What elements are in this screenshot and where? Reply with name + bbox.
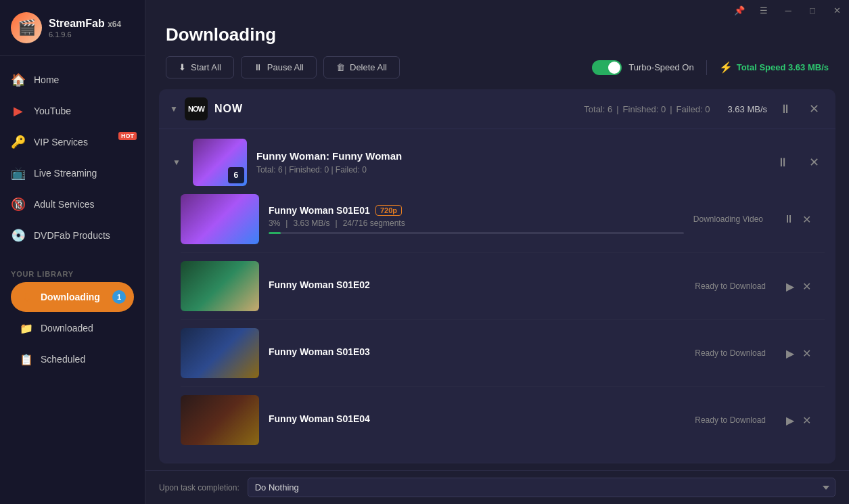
show-title: Funny Woman: Funny Woman [256,150,762,162]
page-title: Downloading [166,24,829,45]
title-bar: 📌 ☰ ─ □ ✕ [727,0,849,20]
episode-info-s01e04: Funny Woman S01E04 [269,413,685,427]
sidebar-item-downloaded[interactable]: 📁 Downloaded [11,313,134,343]
sidebar-item-label-youtube: YouTube [34,106,71,116]
play-icon [786,281,794,292]
group-logo-now: NOW [185,97,208,120]
library-title: YOUR LIBRARY [11,270,134,278]
turbo-toggle[interactable] [592,60,622,75]
episode-play-button-s01e02[interactable] [783,277,797,296]
episode-info-s01e03: Funny Woman S01E03 [269,346,685,360]
maximize-button[interactable]: □ [800,0,825,20]
episode-actions-s01e04 [783,411,814,430]
total-speed-label: Total Speed 3.63 MB/s [737,62,829,72]
episode-progress-row: 3% | 3.63 MB/s | 24/716 segments [269,219,684,228]
menu-button[interactable]: ☰ [752,0,776,20]
app-name: StreamFab x64 [49,17,121,30]
turbo-label: Turbo-Speed On [628,62,693,72]
delete-all-button[interactable]: 🗑 Delete All [323,56,400,78]
sidebar-item-vip[interactable]: 🔑 VIP Services HOT [0,127,145,158]
start-all-label: Start All [191,62,221,72]
sidebar-item-label-dvdfab: DVDFab Products [34,230,110,241]
speed-section: ⚡ Total Speed 3.63 MB/s [719,61,829,74]
pause-all-label: Pause All [267,62,304,72]
downloaded-icon: 📁 [19,321,34,336]
sidebar-item-dvdfab[interactable]: 💿 DVDFab Products [0,220,145,251]
group-speed: 3.63 MB/s [727,104,767,114]
group-chevron-icon[interactable]: ▼ [170,104,178,114]
episode-item-s01e01: Funny Woman S01E01 720p 3% | 3.63 MB/s |… [181,186,825,253]
quality-badge-s01e01: 720p [375,205,402,216]
episode-play-button-s01e04[interactable] [783,411,797,430]
hot-badge: HOT [118,132,137,140]
show-thumb-container: 6 [193,139,247,186]
trash-icon: 🗑 [336,62,345,72]
episode-status-s01e03: Ready to Download [695,348,766,358]
progress-bar-fill [269,232,281,234]
downloading-count-badge: 1 [112,290,126,304]
completion-select[interactable]: Do Nothing Shut Down Sleep Hibernate [248,478,835,497]
completion-label: Upon task completion: [159,483,239,492]
close-icon [802,281,811,292]
episode-actions-s01e03 [783,344,814,363]
show-funny-woman: ▼ 6 Funny Woman: Funny Woman Total: 6 | … [159,129,835,463]
app-version: 6.1.9.6 [49,30,121,39]
episode-actions-s01e01 [781,210,814,229]
pause-all-button[interactable]: ⏸ Pause All [241,56,317,78]
episode-title-s01e01: Funny Woman S01E01 [269,205,370,216]
sidebar-item-downloading[interactable]: ⬇ Downloading 1 [11,282,134,312]
episode-title-s01e02: Funny Woman S01E02 [269,279,370,290]
start-all-button[interactable]: ⬇ Start All [166,56,234,78]
show-pause-button[interactable]: ⏸ [771,153,794,173]
sidebar-nav: 🏠 Home ▶ YouTube 🔑 VIP Services HOT 📺 Li… [0,56,145,259]
sidebar-item-scheduled[interactable]: 📋 Scheduled [11,344,134,374]
toolbar: ⬇ Start All ⏸ Pause All 🗑 Delete All Tur… [166,56,829,78]
start-icon: ⬇ [179,62,186,72]
sidebar-item-live[interactable]: 📺 Live Streaming [0,158,145,189]
group-name-now: NOW [214,103,243,115]
show-chevron-icon[interactable]: ▼ [170,155,183,170]
show-sub-stats: Total: 6 | Finished: 0 | Failed: 0 [256,165,762,175]
episode-close-button-s01e02[interactable] [800,277,814,296]
sidebar-item-youtube[interactable]: ▶ YouTube [0,95,145,127]
app-logo-icon: 🎬 [11,12,42,43]
episode-thumbnail-s01e04 [181,395,259,445]
turbo-section: Turbo-Speed On [592,60,693,75]
pause-icon [783,213,794,225]
episode-pause-button-s01e01[interactable] [781,210,797,228]
close-icon [802,415,811,426]
progress-pct: 3% [269,219,280,228]
sidebar-item-label-adult: Adult Services [34,199,94,210]
episode-close-button-s01e04[interactable] [800,411,814,430]
sidebar-item-label-scheduled: Scheduled [41,354,126,365]
adult-icon: 🔞 [11,197,26,212]
episode-thumbnail-s01e02 [181,261,259,311]
episode-info-s01e02: Funny Woman S01E02 [269,279,685,293]
scheduled-icon: 📋 [19,352,34,367]
minimize-button[interactable]: ─ [776,0,800,20]
pin-button[interactable]: 📌 [727,0,752,20]
pause-icon: ⏸ [254,62,262,72]
group-pause-button[interactable]: ⏸ [774,99,797,119]
group-header-now: ▼ NOW NOW Total: 6 | Finished: 0 | Faile… [159,89,835,129]
play-icon [786,348,794,359]
episode-title-s01e04: Funny Woman S01E04 [269,413,370,424]
sidebar-item-adult[interactable]: 🔞 Adult Services [0,189,145,220]
show-close-button[interactable]: ✕ [804,152,825,173]
sidebar-item-home[interactable]: 🏠 Home [0,64,145,95]
episode-close-button-s01e01[interactable] [800,210,814,229]
episode-title-row-3: Funny Woman S01E03 [269,346,685,357]
group-close-button[interactable]: ✕ [804,99,825,119]
delete-all-label: Delete All [350,62,387,72]
segments-info: 24/716 segments [343,219,405,228]
sidebar-item-label-vip: VIP Services [34,137,88,147]
close-button[interactable]: ✕ [825,0,849,20]
sidebar: 🎬 StreamFab x64 6.1.9.6 🏠 Home ▶ YouTube… [0,0,145,504]
downloading-icon: ⬇ [19,290,34,304]
episode-title-row-4: Funny Woman S01E04 [269,413,685,424]
close-icon [802,214,811,225]
episode-play-button-s01e03[interactable] [783,344,797,363]
content-area: ▼ NOW NOW Total: 6 | Finished: 0 | Faile… [145,89,849,470]
episode-close-button-s01e03[interactable] [800,344,814,363]
episode-thumbnail-s01e03 [181,328,259,378]
